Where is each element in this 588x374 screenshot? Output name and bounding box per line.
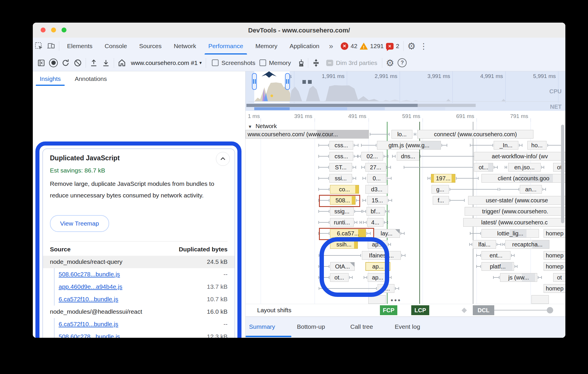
network-request[interactable]: _In... — [494, 141, 518, 150]
bundle-link[interactable]: app.460d9e...a94b4e.js — [59, 283, 122, 290]
network-request[interactable]: ssi... — [329, 174, 352, 183]
network-request[interactable]: OtA... — [330, 262, 355, 271]
network-request[interactable]: 6.ca57... — [330, 229, 366, 238]
network-request[interactable]: client (accounts.goo — [481, 174, 565, 183]
tab-application[interactable]: Application — [284, 38, 326, 55]
selection-handle-left[interactable] — [252, 73, 257, 90]
network-request[interactable]: 02... — [361, 152, 383, 161]
network-request[interactable]: lottie_lig... — [481, 229, 539, 238]
network-request[interactable]: 0... — [367, 174, 386, 183]
screenshots-checkbox[interactable] — [212, 59, 219, 66]
network-request[interactable]: gtm.js (www.g... — [377, 141, 441, 150]
tab-network[interactable]: Network — [168, 38, 202, 55]
error-icon[interactable]: ✕ — [341, 42, 348, 50]
lcp-badge[interactable]: LCP — [411, 305, 429, 315]
network-section-header[interactable]: ▼ Network — [248, 123, 277, 130]
more-tabs-icon[interactable]: » — [325, 42, 336, 51]
network-request[interactable]: en.jso... — [508, 163, 541, 172]
tab-event-log[interactable]: Event log — [395, 323, 420, 330]
upload-profile-icon[interactable] — [88, 57, 100, 69]
tab-call-tree[interactable]: Call tree — [350, 323, 373, 330]
view-treemap-button[interactable]: View Treemap — [50, 215, 109, 232]
network-request[interactable]: trigger/ (www.coursehero. — [465, 207, 565, 216]
network-request[interactable]: f... — [433, 196, 449, 205]
more-options-icon[interactable]: ⋮ — [418, 40, 430, 52]
vertical-scrollbar[interactable] — [561, 125, 564, 223]
memory-checkbox[interactable] — [259, 59, 266, 66]
bundle-link[interactable]: 508.60c278...bundle.js — [59, 333, 120, 338]
clear-icon[interactable] — [72, 57, 84, 69]
network-request[interactable]: ho... — [527, 141, 546, 150]
dim-3rd-parties-toggle[interactable] — [326, 60, 333, 66]
network-request[interactable]: 508... — [330, 196, 356, 205]
record-button[interactable] — [47, 57, 59, 69]
fcp-badge[interactable]: FCP — [380, 305, 397, 315]
network-request[interactable]: www.coursehero.com/ (www.cour... — [246, 130, 369, 139]
network-request[interactable]: lfai... — [473, 240, 496, 249]
network-request[interactable]: ST... — [329, 163, 352, 172]
reload-and-record-icon[interactable] — [59, 57, 72, 69]
network-request[interactable]: ent... — [481, 251, 511, 260]
warning-icon[interactable]: ! — [360, 43, 368, 50]
collapse-insight-button[interactable] — [216, 152, 230, 166]
dcl-badge[interactable]: DCL — [473, 305, 494, 315]
toggle-sidebar-icon[interactable] — [35, 57, 47, 69]
settings-gear-icon[interactable]: ⚙ — [405, 40, 418, 52]
network-request[interactable]: homep — [544, 262, 565, 271]
network-request[interactable]: ap... — [368, 273, 387, 282]
network-request[interactable] — [368, 295, 386, 304]
network-request[interactable]: d3... — [365, 185, 388, 194]
bundle-link[interactable]: 6.ca572f10...bundle.js — [59, 321, 118, 328]
collapse-sections-icon[interactable] — [310, 57, 322, 69]
network-request[interactable]: dns... — [397, 152, 419, 161]
network-request[interactable]: ssig... — [330, 207, 354, 216]
tab-console[interactable]: Console — [99, 38, 133, 55]
issue-count[interactable]: 2 — [396, 43, 399, 50]
tab-bottom-up[interactable]: Bottom-up — [297, 323, 325, 330]
tab-sources[interactable]: Sources — [133, 38, 168, 55]
network-request[interactable]: ot — [553, 273, 565, 282]
screenshots-label[interactable]: Screenshots — [221, 59, 255, 66]
device-toolbar-icon[interactable] — [45, 40, 57, 52]
network-request[interactable]: ot... — [330, 273, 349, 282]
network-request[interactable] — [531, 295, 549, 304]
network-request[interactable]: bf... — [367, 207, 385, 216]
network-request[interactable]: Ifainess... — [362, 251, 401, 260]
warning-count[interactable]: 1291 — [370, 43, 384, 50]
network-request[interactable]: platf... — [481, 262, 514, 271]
network-request[interactable]: css... — [329, 141, 353, 150]
timeline-minimap[interactable]: 991 ms1,991 ms2,991 ms3,991 ms4,991 ms5,… — [246, 71, 565, 103]
network-request[interactable]: runti... — [330, 218, 354, 227]
network-request[interactable]: aet-workflow-info/ (wv — [474, 152, 565, 161]
issues-icon[interactable]: ✕ — [386, 43, 394, 50]
network-request[interactable]: 197... — [431, 174, 455, 183]
memory-label[interactable]: Memory — [269, 59, 291, 66]
network-request[interactable]: lo... — [392, 130, 412, 139]
network-request[interactable]: homep — [544, 251, 565, 260]
download-profile-icon[interactable] — [100, 57, 112, 69]
selection-handle-right[interactable] — [285, 73, 290, 90]
help-icon[interactable]: ? — [396, 57, 408, 69]
network-request[interactable]: g... — [432, 185, 449, 194]
sidebar-tab-insights[interactable]: Insights — [33, 71, 68, 86]
network-request[interactable]: ap... — [365, 262, 390, 271]
network-request[interactable]: user-state/ (www.course — [468, 196, 565, 205]
inspect-element-icon[interactable] — [33, 40, 45, 52]
network-request[interactable]: 15... — [367, 196, 387, 205]
network-request[interactable]: co... — [330, 185, 359, 194]
tab-elements[interactable]: Elements — [61, 38, 99, 55]
network-request[interactable]: 4... — [367, 218, 383, 227]
home-icon[interactable] — [116, 57, 128, 69]
error-count[interactable]: 42 — [351, 43, 357, 50]
sidebar-tab-annotations[interactable]: Annotations — [68, 71, 114, 86]
network-request[interactable]: homep — [544, 284, 565, 293]
network-request[interactable]: o... — [378, 284, 394, 293]
network-request[interactable]: js (ww... — [500, 273, 537, 282]
tab-performance[interactable]: Performance — [202, 38, 249, 55]
network-request[interactable]: ssih... — [330, 240, 358, 249]
network-request[interactable]: homep — [544, 229, 565, 238]
capture-settings-gear-icon[interactable]: ⚙ — [384, 57, 396, 69]
network-request[interactable]: connect/ (www.coursehero.com) — [417, 130, 533, 139]
network-request[interactable]: css... — [329, 152, 353, 161]
bundle-link[interactable]: 6.ca572f10...bundle.js — [59, 296, 118, 303]
